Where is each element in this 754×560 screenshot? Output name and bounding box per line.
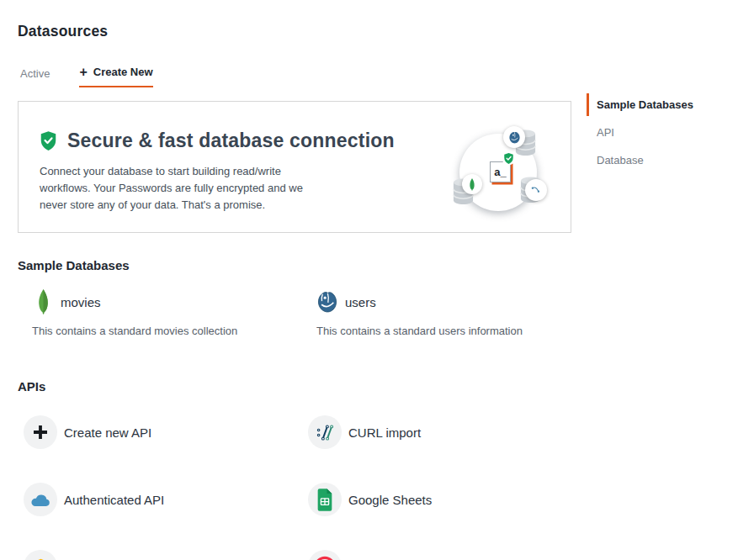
tab-active-datasources[interactable]: Active bbox=[20, 67, 50, 87]
sample-db-item-users[interactable]: users This contains a standard users inf… bbox=[308, 289, 592, 337]
api-item-curl-import[interactable]: CURL import bbox=[308, 415, 592, 449]
page-title: Datasources bbox=[18, 23, 754, 40]
api-item-label: Authenticated API bbox=[64, 493, 164, 507]
sample-db-item-movies[interactable]: movies This contains a standard movies c… bbox=[24, 289, 308, 337]
curl-icon bbox=[308, 415, 342, 449]
api-item-label: CURL import bbox=[348, 425, 421, 440]
right-nav-item-api[interactable]: API bbox=[587, 121, 693, 144]
tab-bar: Active + Create New bbox=[18, 66, 754, 87]
api-item-authenticated-api[interactable]: Authenticated API bbox=[24, 483, 308, 516]
datasources-page: Datasources Active + Create New Secure &… bbox=[0, 0, 754, 560]
sample-db-name: users bbox=[345, 295, 376, 309]
right-nav-item-database[interactable]: Database bbox=[587, 149, 693, 172]
sample-db-name: movies bbox=[61, 295, 101, 309]
apis-heading: APIs bbox=[18, 379, 754, 394]
api-item-create-new-api[interactable]: Create new API bbox=[24, 415, 308, 449]
banner-description: Connect your database to start building … bbox=[40, 163, 330, 214]
cloud-icon bbox=[24, 483, 57, 516]
banner-title: Secure & fast database connection bbox=[67, 129, 395, 152]
plus-icon bbox=[24, 415, 57, 449]
postgresql-elephant-icon bbox=[503, 126, 525, 148]
airtable-icon bbox=[24, 550, 57, 560]
plus-icon: + bbox=[79, 66, 87, 77]
shield-check-icon bbox=[40, 131, 57, 151]
secure-connection-banner: Secure & fast database connection Connec… bbox=[18, 101, 571, 233]
shield-check-icon bbox=[501, 151, 516, 166]
database-connection-illustration: a_ bbox=[448, 128, 550, 225]
tab-create-new-label: Create New bbox=[93, 66, 153, 78]
twilio-icon bbox=[308, 550, 342, 560]
tab-create-new[interactable]: + Create New bbox=[79, 66, 152, 87]
postgresql-elephant-icon bbox=[316, 291, 338, 313]
api-item-twilio[interactable]: Twilio bbox=[308, 550, 592, 560]
sample-db-description: This contains a standard users informati… bbox=[308, 325, 592, 337]
sample-databases-section: Sample Databases movies This contains a … bbox=[18, 258, 754, 337]
tab-active-label: Active bbox=[20, 67, 50, 80]
mongodb-leaf-icon bbox=[462, 174, 482, 194]
apis-section: APIs Create new API bbox=[18, 379, 754, 560]
api-curve-icon bbox=[525, 179, 547, 201]
right-nav-item-sample-databases[interactable]: Sample Databases bbox=[587, 93, 693, 116]
api-item-label: Create new API bbox=[64, 425, 151, 440]
sample-databases-heading: Sample Databases bbox=[18, 258, 754, 272]
right-nav: Sample Databases API Database bbox=[587, 93, 693, 177]
api-item-google-sheets[interactable]: Google Sheets bbox=[308, 483, 592, 516]
google-sheets-icon bbox=[308, 483, 342, 516]
mongodb-leaf-icon bbox=[32, 289, 54, 314]
api-item-airtable[interactable]: Airtable bbox=[24, 550, 308, 560]
sample-db-description: This contains a standard movies collecti… bbox=[24, 325, 308, 337]
api-item-label: Google Sheets bbox=[348, 493, 432, 507]
